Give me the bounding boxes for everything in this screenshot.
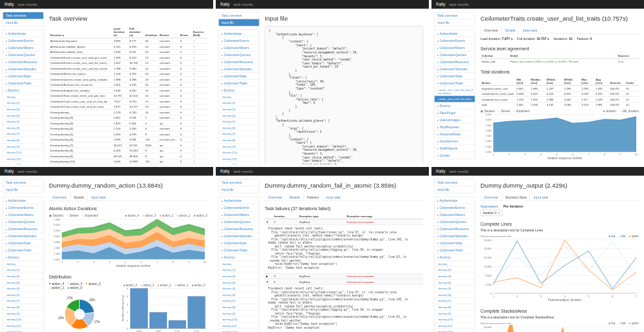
sidebar-group-ceilometermeters[interactable]: ▸CeilometerMeters <box>219 44 260 51</box>
sidebar-group-dummy[interactable]: ▾Dummy <box>3 86 44 93</box>
sidebar-group-httprequests[interactable]: ▸HttpRequests <box>435 123 475 130</box>
sidebar-sub-item[interactable]: dummy [4] <box>435 279 475 286</box>
tab-input-task[interactable]: Input task <box>530 193 552 201</box>
sidebar-group-ceilometerstats[interactable]: ▸CeilometerStats <box>3 72 44 79</box>
sidebar-group-ceilometerresource[interactable]: ▸CeilometerResource <box>3 225 44 232</box>
sidebar-sub-item[interactable]: dummy [6] <box>219 124 260 131</box>
sidebar-group-ceilometerresource[interactable]: ▸CeilometerResource <box>435 58 475 65</box>
sidebar-group-ceilometerqueries[interactable]: ▸CeilometerQueries <box>435 218 475 225</box>
sidebar-group-ceilometermeters[interactable]: ▸CeilometerMeters <box>3 44 44 51</box>
sidebar-group-ceilometerqueries[interactable]: ▸CeilometerQueries <box>219 51 260 58</box>
sidebar-sub-item[interactable]: dummy [6] <box>435 291 475 298</box>
rally-brand[interactable]: Rally <box>5 169 14 174</box>
tab-overview[interactable]: Overview <box>49 193 70 201</box>
sidebar-sub-item[interactable]: dummy [8] <box>219 137 260 143</box>
sidebar-sub-item[interactable]: dummy [7] <box>219 131 260 137</box>
sidebar-sub-item[interactable]: dummy [10] <box>219 316 260 322</box>
sidebar-sub-item[interactable]: dummy [12] <box>219 162 260 164</box>
sidebar-group-ceilometertraits[interactable]: ▸CeilometerTraits <box>3 79 44 86</box>
sidebar-group-ceilometersamples[interactable]: ▸CeilometerSamples <box>435 65 475 72</box>
sidebar-group-dummy[interactable]: ▾Dummy <box>435 253 475 260</box>
tab-scenario-data[interactable]: Scenario Data <box>502 193 530 201</box>
sidebar-group-authenticate[interactable]: ▸Authenticate <box>3 197 44 204</box>
sidebar-sub-item[interactable]: dummy [12] <box>3 162 44 164</box>
failure-row[interactable]: ▶3KeyErrorDummy test exception <box>265 273 423 279</box>
tab-overview[interactable]: Overview <box>265 193 286 201</box>
sidebar-group-ceilometersamples[interactable]: ▸CeilometerSamples <box>219 65 260 72</box>
sidebar-sub-item[interactable]: dummy [11] <box>3 155 44 162</box>
sidebar-group-ceilometerstats[interactable]: ▸CeilometerStats <box>435 239 475 246</box>
sidebar-group-ceilometermeters[interactable]: ▸CeilometerMeters <box>435 44 475 51</box>
sidebar-sub-item[interactable]: dummy [12] <box>219 329 260 332</box>
sidebar-sub-item[interactable]: dummy [10] <box>435 316 475 322</box>
sidebar-group-ceilometerevents[interactable]: ▸CeilometerEvents <box>3 37 44 44</box>
sidebar-group-ceilometermeters[interactable]: ▸CeilometerMeters <box>3 211 44 218</box>
sidebar-sub-item[interactable]: dummy [8] <box>435 304 475 310</box>
sidebar-sub-item[interactable]: dummy [7] <box>3 298 44 304</box>
sidebar-sub-item[interactable]: dummy [12] <box>3 329 44 332</box>
sidebar-sub-item[interactable]: create_user_and_list_traits <box>435 96 475 103</box>
sidebar-group-ceilometerqueries[interactable]: ▸CeilometerQueries <box>219 218 260 225</box>
sidebar-sub-item[interactable]: dummy [6] <box>3 291 44 298</box>
sidebar-sub-item[interactable]: dummy [4] <box>219 279 260 286</box>
sidebar-item-input-file[interactable]: Input file <box>435 19 475 26</box>
sidebar-sub-item[interactable]: dummy [5] <box>435 285 475 291</box>
sidebar-group-authenticate[interactable]: ▸Authenticate <box>3 30 44 37</box>
sidebar-sub-item[interactable]: dummy <box>3 260 44 267</box>
sidebar-group-authenticate[interactable]: ▸Authenticate <box>435 30 475 37</box>
sidebar-group-ceilometertraits[interactable]: ▸CeilometerTraits <box>219 246 260 253</box>
tab-details[interactable]: Details <box>286 193 303 201</box>
sidebar-group-ceilometersamples[interactable]: ▸CeilometerSamples <box>219 232 260 239</box>
tab-overview[interactable]: Overview <box>480 193 502 201</box>
sidebar-sub-item[interactable]: dummy [3] <box>219 273 260 279</box>
sidebar-group-ceilometerevents[interactable]: ▸CeilometerEvents <box>3 204 44 211</box>
sidebar-group-ceilometerresource[interactable]: ▸CeilometerResource <box>219 225 260 232</box>
sidebar-item-input-file[interactable]: Input file <box>3 19 44 26</box>
sidebar-group-ceilometerresource[interactable]: ▸CeilometerResource <box>435 225 475 232</box>
sidebar-group-keystonebasic[interactable]: ▸KeystoneBasic <box>435 130 475 137</box>
sidebar-sub-item[interactable]: dummy [5] <box>3 118 44 124</box>
sidebar-group-dummy[interactable]: ▾Dummy <box>219 86 260 93</box>
sidebar-sub-item[interactable]: dummy [10] <box>3 149 44 155</box>
failure-row[interactable]: ▼2KeyErrorDummy test exception <box>265 219 423 225</box>
sidebar-group-ceilometersamples[interactable]: ▸CeilometerSamples <box>3 65 44 72</box>
sidebar-sub-item[interactable]: dummy [2] <box>3 267 44 273</box>
sidebar-sub-item[interactable]: create_user_and_list_trait_descriptions <box>435 86 475 96</box>
sidebar-sub-item[interactable]: dummy [9] <box>219 143 260 150</box>
sidebar-sub-item[interactable]: dummy [12] <box>435 329 475 332</box>
sidebar-sub-item[interactable]: dummy [7] <box>435 298 475 304</box>
tab-overview[interactable]: Overview <box>480 26 502 34</box>
rally-brand[interactable]: Rally <box>220 169 229 174</box>
sidebar-group-dummy[interactable]: ▾Dummy <box>3 253 44 260</box>
sidebar-group-quotas[interactable]: ▸Quotas <box>435 151 475 159</box>
legend-item-action_3[interactable]: ●action_3 <box>67 282 82 286</box>
sidebar-sub-item[interactable]: dummy [10] <box>3 316 44 322</box>
sidebar-sub-item[interactable]: dummy [4] <box>3 112 44 119</box>
sidebar-sub-item[interactable]: dummy [4] <box>3 279 44 286</box>
sidebar-sub-item[interactable]: dummy [3] <box>219 106 260 112</box>
sidebar-item-input-file[interactable]: Input file <box>435 186 475 193</box>
sidebar-item-task-overview[interactable]: Task overview <box>219 179 260 186</box>
failure-row[interactable]: ▼4KeyErrorDummy test exception <box>265 279 423 285</box>
sidebar-sub-item[interactable]: dummy <box>435 260 475 267</box>
sidebar-sub-item[interactable]: dummy [9] <box>219 310 260 317</box>
sidebar-sub-item[interactable]: dummy [9] <box>3 143 44 150</box>
sidebar-sub-item[interactable]: dummy [9] <box>3 310 44 317</box>
sidebar-group-dummy[interactable]: ▾Dummy <box>219 253 260 260</box>
sidebar-item-task-overview[interactable]: Task overview <box>3 179 44 186</box>
legend-item-action_4[interactable]: ●action_4 <box>49 282 64 286</box>
sidebar-sub-item[interactable]: dummy [5] <box>219 285 260 291</box>
tab-details[interactable]: Details <box>502 26 519 34</box>
sidebar-sub-item[interactable]: dummy [5] <box>3 285 44 291</box>
rally-brand[interactable]: Rally <box>220 2 229 7</box>
sidebar-sub-item[interactable]: dummy [11] <box>219 155 260 162</box>
sidebar-group-ceilometerresource[interactable]: ▸CeilometerResource <box>3 58 44 65</box>
sidebar-item-task-overview[interactable]: Task overview <box>435 179 475 186</box>
sidebar-item-input-file[interactable]: Input file <box>3 186 44 193</box>
sidebar-group-ceilometertraits[interactable]: ▸CeilometerTraits <box>219 79 260 86</box>
sidebar-group-ceilometersamples[interactable]: ▸CeilometerSamples <box>3 232 44 239</box>
sidebar-sub-item[interactable]: dummy <box>219 93 260 100</box>
sidebar-item-task-overview[interactable]: Task overview <box>3 12 44 19</box>
sidebar-group-dummy[interactable]: ▸Dummy <box>435 102 475 109</box>
sidebar-group-ceilometerstats[interactable]: ▸CeilometerStats <box>3 239 44 246</box>
